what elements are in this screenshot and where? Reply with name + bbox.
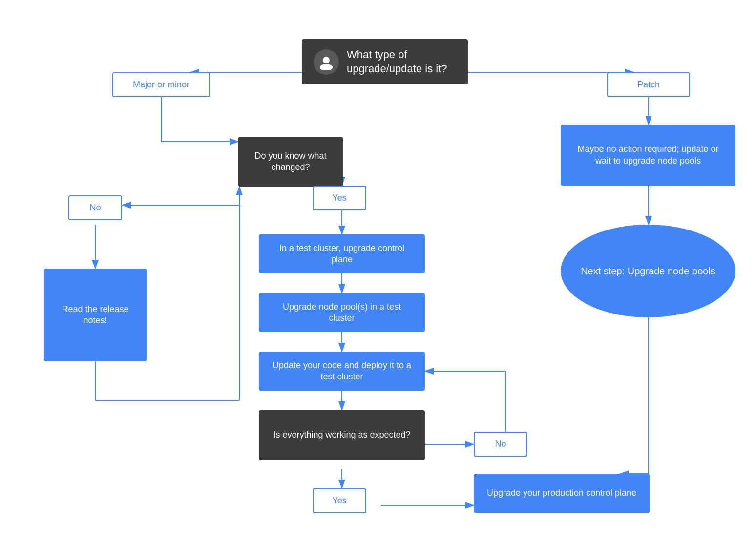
is-everything-working-label: Is everything working as expected?	[273, 429, 410, 440]
next-step-node: Next step: Upgrade node pools	[561, 225, 735, 317]
yes1-label: Yes	[332, 192, 346, 204]
major-minor-node: Major or minor	[112, 72, 210, 97]
upgrade-control-plane-test-label: In a test cluster, upgrade control plane	[269, 243, 415, 266]
next-step-label: Next step: Upgrade node pools	[581, 265, 715, 277]
do-you-know-node: Do you know what changed?	[238, 137, 343, 187]
diagram-container: What type of upgrade/update is it? Major…	[0, 0, 756, 544]
upgrade-prod-control-plane-node: Upgrade your production control plane	[474, 474, 650, 513]
svg-point-26	[320, 64, 333, 70]
update-code-deploy-node: Update your code and deploy it to a test…	[259, 352, 425, 391]
is-everything-working-node: Is everything working as expected?	[259, 410, 425, 460]
no2-node: No	[474, 432, 527, 457]
patch-label: Patch	[637, 79, 660, 90]
no2-label: No	[495, 439, 506, 450]
yes1-node: Yes	[313, 186, 366, 210]
no1-label: No	[89, 202, 101, 213]
svg-point-25	[323, 57, 330, 63]
yes2-node: Yes	[313, 488, 366, 513]
upgrade-node-pool-test-label: Upgrade node pool(s) in a test cluster	[269, 301, 415, 324]
start-node: What type of upgrade/update is it?	[302, 39, 468, 84]
read-release-label: Read the release notes!	[54, 304, 137, 327]
upgrade-prod-control-plane-label: Upgrade your production control plane	[487, 487, 636, 499]
read-release-node: Read the release notes!	[44, 269, 147, 361]
upgrade-node-pool-test-node: Upgrade node pool(s) in a test cluster	[259, 293, 425, 332]
upgrade-control-plane-test-node: In a test cluster, upgrade control plane	[259, 234, 425, 273]
major-minor-label: Major or minor	[133, 79, 189, 90]
maybe-no-action-node: Maybe no action required; update or wait…	[561, 125, 735, 186]
do-you-know-label: Do you know what changed?	[248, 150, 333, 173]
start-icon	[314, 49, 339, 75]
patch-node: Patch	[607, 72, 690, 97]
maybe-no-action-label: Maybe no action required; update or wait…	[570, 144, 726, 167]
update-code-deploy-label: Update your code and deploy it to a test…	[269, 360, 415, 383]
no1-node: No	[68, 195, 122, 220]
yes2-label: Yes	[332, 495, 346, 506]
start-label: What type of upgrade/update is it?	[347, 48, 456, 76]
